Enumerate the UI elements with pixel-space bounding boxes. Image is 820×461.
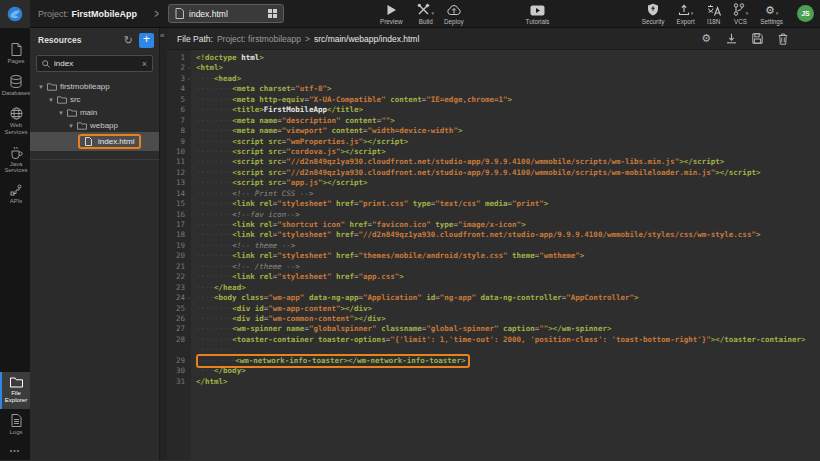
delete-trash-icon[interactable] bbox=[778, 33, 788, 45]
settings-button[interactable]: ⚙ ▾ Settings bbox=[760, 3, 783, 25]
tree-label: webapp bbox=[90, 121, 118, 130]
vcs-button[interactable]: ▾ VCS bbox=[733, 3, 749, 25]
code-line[interactable]: 28········<toaster-container toaster-opt… bbox=[167, 335, 820, 345]
tree-label: firstmobileapp bbox=[60, 82, 110, 91]
sidebar-item-pages[interactable]: Pages bbox=[0, 38, 30, 70]
code-line[interactable]: 21········<!-- /theme --> bbox=[167, 262, 820, 272]
top-bar-right: Security ▾ Export bbox=[642, 3, 814, 25]
file-explorer-label: File Explorer bbox=[3, 390, 29, 404]
expand-arrow-icon[interactable]: ▼ bbox=[48, 97, 54, 103]
vcs-caret-icon: ▾ bbox=[746, 11, 749, 16]
editor-settings-gear-icon[interactable]: ⚙ bbox=[701, 33, 711, 44]
code-line[interactable]: 15········<link rel="stylesheet" href="p… bbox=[167, 199, 820, 209]
tutorials-button[interactable]: Tutorials bbox=[526, 3, 550, 25]
deploy-button[interactable]: Deploy bbox=[444, 3, 464, 25]
code-line[interactable]: 16········<!--fav icon--> bbox=[167, 210, 820, 220]
clear-search-icon[interactable]: × bbox=[142, 59, 147, 69]
collapse-panel-icon[interactable]: « bbox=[160, 31, 164, 40]
code-line[interactable]: 26········<div id="wm-common-content"></… bbox=[167, 314, 820, 324]
expand-arrow-icon[interactable]: ▼ bbox=[38, 84, 44, 90]
settings-caret-icon: ▾ bbox=[776, 11, 779, 16]
file-path-project: Project: firstmobileapp bbox=[217, 34, 301, 44]
rail-more-button[interactable]: ••• bbox=[0, 441, 30, 460]
export-icon bbox=[678, 4, 690, 16]
sidebar-item-databases[interactable]: Databases bbox=[0, 70, 30, 102]
search-input[interactable] bbox=[54, 59, 134, 68]
code-line[interactable]: 9········<script src="wmProperties.js"><… bbox=[167, 137, 820, 147]
panel-divider bbox=[30, 159, 159, 160]
tree-item-main[interactable]: ▼ main bbox=[30, 106, 159, 119]
code-line[interactable]: 23····</head> bbox=[167, 283, 820, 293]
logs-label: Logs bbox=[9, 429, 22, 436]
play-icon bbox=[386, 4, 397, 16]
folder-icon bbox=[77, 122, 87, 130]
databases-icon bbox=[10, 75, 22, 88]
code-line[interactable]: 10········<script src="cordova.js"></scr… bbox=[167, 147, 820, 157]
code-line[interactable]: 2-<html> bbox=[167, 63, 820, 73]
code-line[interactable]: 4········<meta charset="utf-8"> bbox=[167, 84, 820, 94]
line-number: 31 bbox=[167, 377, 191, 387]
refresh-icon[interactable]: ↻ bbox=[124, 34, 133, 47]
grid-view-icon[interactable] bbox=[268, 9, 277, 18]
code-line[interactable]: 8········<meta name="viewport" content="… bbox=[167, 126, 820, 136]
sidebar-item-web-services[interactable]: Web Services bbox=[0, 102, 30, 141]
app-logo[interactable] bbox=[0, 0, 30, 28]
code-line[interactable]: 6········<title>FirstMobileApp</title> bbox=[167, 105, 820, 115]
code-line[interactable]: 19········<!-- theme --> bbox=[167, 241, 820, 251]
line-number: 17 bbox=[167, 220, 191, 230]
download-icon[interactable] bbox=[726, 33, 737, 44]
code-line[interactable]: 7········<meta name="description" conten… bbox=[167, 116, 820, 126]
tree-item-index-html-selected[interactable]: index.html bbox=[30, 132, 159, 151]
tree-item-src[interactable]: ▼ src bbox=[30, 93, 159, 106]
code-line[interactable]: 27········<wm-spinner name="globalspinne… bbox=[167, 324, 820, 334]
tree-label: index.html bbox=[98, 137, 134, 146]
code-line[interactable]: 1<!doctype html> bbox=[167, 53, 820, 63]
code-line[interactable]: 12········<script src="//d2n849qz1ya930.… bbox=[167, 168, 820, 178]
tree-item-webapp[interactable]: ▼ webapp bbox=[30, 119, 159, 132]
code-line[interactable]: 13········<script src="app.js"></script> bbox=[167, 178, 820, 188]
save-icon[interactable] bbox=[752, 33, 763, 44]
code-line[interactable]: 30····</body> bbox=[167, 366, 820, 376]
code-line[interactable]: 14········<!-- Print CSS --> bbox=[167, 189, 820, 199]
panel-resize-handle[interactable]: « bbox=[160, 28, 167, 460]
i18n-translate-icon bbox=[707, 4, 721, 16]
code-line[interactable]: 25········<div id="wm-app-content"></div… bbox=[167, 304, 820, 314]
sidebar-item-java-services[interactable]: Java Services bbox=[0, 141, 30, 180]
resource-search[interactable]: × bbox=[36, 55, 153, 72]
build-button[interactable]: ▾ Build bbox=[417, 3, 434, 25]
expand-arrow-icon[interactable]: ▼ bbox=[68, 123, 74, 129]
code-line[interactable]: 24-····<body class="wm-app" data-ng-app=… bbox=[167, 293, 820, 303]
code-line[interactable]: 17········<link rel="shortcut icon" href… bbox=[167, 220, 820, 230]
user-avatar[interactable]: JS bbox=[797, 5, 814, 22]
add-resource-button[interactable]: + bbox=[139, 33, 154, 48]
code-line[interactable]: 5········<meta http-equiv="X-UA-Compatib… bbox=[167, 95, 820, 105]
build-tools-icon bbox=[417, 3, 430, 16]
code-line[interactable]: 29········<wm-network-info-toaster></wm-… bbox=[167, 356, 820, 366]
i18n-button[interactable]: I18N bbox=[707, 3, 721, 25]
security-button[interactable]: Security bbox=[642, 3, 665, 25]
code-line[interactable]: 22········<link rel="stylesheet" href="a… bbox=[167, 272, 820, 282]
sidebar-item-file-explorer[interactable]: File Explorer bbox=[0, 372, 30, 409]
sidebar-item-apis[interactable]: APIs bbox=[0, 179, 30, 210]
code-editor-pane: File Path: Project: firstmobileapp > src… bbox=[167, 28, 820, 460]
line-number: 22 bbox=[167, 272, 191, 282]
tree-item-firstmobileapp[interactable]: ▼ firstmobileapp bbox=[30, 80, 159, 93]
export-button[interactable]: ▾ Export bbox=[677, 3, 695, 25]
code-line[interactable]: 31</html> bbox=[167, 377, 820, 387]
line-number: 25 bbox=[167, 304, 191, 314]
code-line[interactable]: 3-····<head> bbox=[167, 74, 820, 84]
i18n-label: I18N bbox=[707, 18, 720, 25]
preview-button[interactable]: Preview bbox=[380, 3, 402, 25]
expand-arrow-icon[interactable]: ▼ bbox=[58, 110, 64, 116]
code-line[interactable]: 20········<link rel="stylesheet" href="t… bbox=[167, 251, 820, 261]
tab-index-html[interactable]: index.html bbox=[168, 4, 284, 23]
left-rail: Pages Databases Web Services Java Servic… bbox=[0, 28, 30, 460]
line-number: 30 bbox=[167, 366, 191, 376]
java-services-label: Java Services bbox=[3, 161, 29, 175]
code-line[interactable]: 11········<script src="//d2n849qz1ya930.… bbox=[167, 157, 820, 167]
code-editor[interactable]: 1<!doctype html>2-<html>3-····<head>4···… bbox=[167, 50, 820, 460]
resources-title: Resources bbox=[38, 35, 124, 45]
code-line[interactable]: 18········<link rel="stylesheet" href="/… bbox=[167, 230, 820, 240]
sidebar-item-logs[interactable]: Logs bbox=[0, 409, 30, 441]
line-number: 1 bbox=[167, 53, 191, 63]
